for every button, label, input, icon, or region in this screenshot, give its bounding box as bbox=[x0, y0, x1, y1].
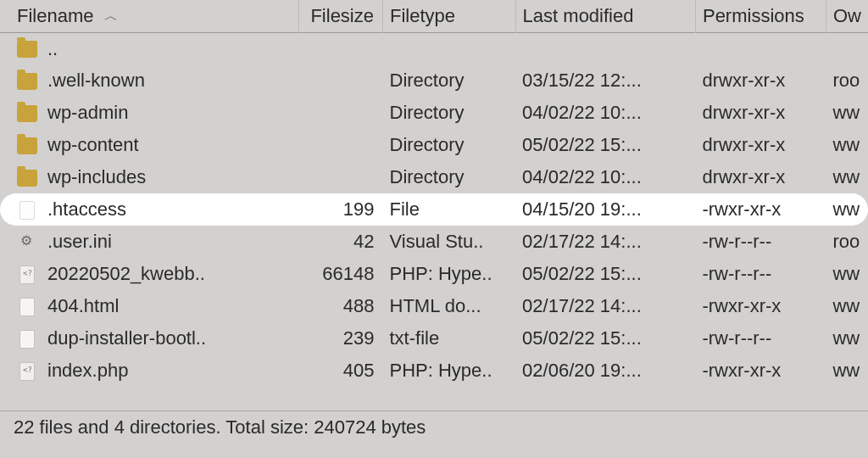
filename-text: .well-known bbox=[47, 70, 145, 92]
cell-filesize: 488 bbox=[298, 290, 382, 322]
folder-icon bbox=[17, 73, 37, 90]
cell-last-modified: 04/02/22 10:... bbox=[515, 97, 695, 129]
column-label: Ow bbox=[833, 5, 861, 26]
column-label: Filename bbox=[17, 5, 93, 26]
cell-filetype: Directory bbox=[383, 64, 516, 97]
cell-filename: .. bbox=[0, 32, 298, 64]
php-icon bbox=[19, 362, 35, 381]
cell-owner: ww bbox=[826, 97, 868, 129]
cell-filetype: HTML do... bbox=[383, 290, 516, 322]
table-row[interactable]: dup-installer-bootl..239txt-file05/02/22… bbox=[0, 322, 868, 355]
table-row[interactable]: .htaccess199File04/15/20 19:...-rwxr-xr-… bbox=[0, 193, 868, 226]
cell-owner: ww bbox=[826, 193, 868, 226]
cell-filename: wp-content bbox=[0, 129, 298, 161]
folder-icon bbox=[17, 105, 37, 122]
folder-icon bbox=[17, 170, 37, 187]
cell-filesize bbox=[298, 64, 382, 97]
cell-permissions: -rw-r--r-- bbox=[695, 226, 826, 258]
table-row[interactable]: wp-includesDirectory04/02/22 10:...drwxr… bbox=[0, 161, 868, 193]
cell-filesize: 42 bbox=[298, 226, 382, 258]
cell-owner: roo bbox=[826, 226, 868, 258]
table-row[interactable]: wp-contentDirectory05/02/22 15:...drwxr-… bbox=[0, 129, 868, 161]
cell-filesize: 405 bbox=[298, 355, 382, 387]
column-label: Filetype bbox=[390, 5, 455, 26]
file-icon bbox=[19, 330, 35, 349]
column-header-filename[interactable]: Filename ︿ bbox=[0, 0, 298, 32]
file-icon bbox=[19, 298, 35, 316]
filename-text: dup-installer-bootl.. bbox=[47, 328, 206, 349]
file-list-table: Filename ︿ Filesize Filetype Last modifi… bbox=[0, 0, 868, 387]
filename-text: .user.ini bbox=[47, 232, 112, 253]
cell-permissions: -rw-r--r-- bbox=[695, 322, 826, 355]
cell-last-modified: 03/15/22 12:... bbox=[515, 64, 695, 97]
cell-permissions bbox=[695, 32, 826, 64]
cell-filetype: txt-file bbox=[383, 322, 516, 355]
filename-text: 20220502_kwebb.. bbox=[47, 264, 205, 285]
cell-owner: ww bbox=[826, 290, 868, 322]
cell-filename: .user.ini bbox=[0, 226, 298, 258]
column-label: Filesize bbox=[310, 5, 374, 26]
filename-text: wp-admin bbox=[47, 103, 128, 124]
table-row[interactable]: .well-knownDirectory03/15/22 12:...drwxr… bbox=[0, 64, 868, 97]
folder-icon bbox=[17, 137, 37, 154]
table-row[interactable]: 20220502_kwebb..66148PHP: Hype..05/02/22… bbox=[0, 258, 868, 290]
cell-last-modified: 02/17/22 14:... bbox=[515, 226, 695, 258]
gear-icon bbox=[19, 234, 36, 251]
cell-owner: ww bbox=[826, 258, 868, 290]
cell-permissions: drwxr-xr-x bbox=[695, 129, 826, 161]
cell-filename: dup-installer-bootl.. bbox=[0, 322, 298, 355]
cell-filesize bbox=[298, 161, 382, 193]
cell-last-modified: 05/02/22 15:... bbox=[515, 258, 695, 290]
cell-last-modified: 02/06/20 19:... bbox=[515, 355, 695, 387]
column-header-owner[interactable]: Ow bbox=[826, 0, 868, 32]
cell-permissions: -rwxr-xr-x bbox=[695, 290, 826, 322]
table-row[interactable]: .user.ini42Visual Stu..02/17/22 14:...-r… bbox=[0, 226, 868, 258]
cell-last-modified bbox=[515, 32, 695, 64]
cell-last-modified: 05/02/22 15:... bbox=[515, 322, 695, 355]
table-row[interactable]: index.php405PHP: Hype..02/06/20 19:...-r… bbox=[0, 355, 868, 387]
column-label: Last modified bbox=[523, 5, 634, 26]
cell-owner: ww bbox=[826, 129, 868, 161]
cell-filesize bbox=[298, 32, 382, 64]
cell-filetype: Visual Stu.. bbox=[383, 226, 516, 258]
table-row[interactable]: 404.html488HTML do...02/17/22 14:...-rwx… bbox=[0, 290, 868, 322]
cell-filename: index.php bbox=[0, 355, 298, 387]
column-label: Permissions bbox=[703, 5, 804, 26]
cell-owner: ww bbox=[826, 161, 868, 193]
cell-filetype: PHP: Hype.. bbox=[383, 258, 516, 290]
cell-permissions: -rwxr-xr-x bbox=[695, 355, 826, 387]
cell-permissions: -rwxr-xr-x bbox=[695, 193, 826, 226]
table-row[interactable]: wp-adminDirectory04/02/22 10:...drwxr-xr… bbox=[0, 97, 868, 129]
column-header-filesize[interactable]: Filesize bbox=[298, 0, 382, 32]
cell-filename: .well-known bbox=[0, 64, 298, 97]
filename-text: wp-content bbox=[47, 135, 139, 156]
table-row[interactable]: .. bbox=[0, 32, 868, 64]
cell-owner: ww bbox=[826, 355, 868, 387]
cell-filetype bbox=[383, 32, 516, 64]
cell-filetype: Directory bbox=[383, 129, 516, 161]
status-bar: 22 files and 4 directories. Total size: … bbox=[0, 411, 868, 444]
cell-filesize: 66148 bbox=[298, 258, 382, 290]
filename-text: wp-includes bbox=[47, 167, 146, 188]
sort-asc-icon: ︿ bbox=[104, 8, 118, 25]
cell-filetype: Directory bbox=[383, 97, 516, 129]
cell-filetype: Directory bbox=[383, 161, 516, 193]
cell-filesize: 199 bbox=[298, 193, 382, 226]
column-header-last-modified[interactable]: Last modified bbox=[515, 0, 695, 32]
column-header-filetype[interactable]: Filetype bbox=[383, 0, 516, 32]
cell-permissions: drwxr-xr-x bbox=[695, 161, 826, 193]
cell-last-modified: 05/02/22 15:... bbox=[515, 129, 695, 161]
filename-text: .. bbox=[47, 38, 58, 59]
cell-filesize bbox=[298, 97, 382, 129]
cell-filename: .htaccess bbox=[0, 193, 298, 226]
cell-filename: wp-includes bbox=[0, 161, 298, 193]
cell-owner: roo bbox=[826, 64, 868, 97]
cell-permissions: -rw-r--r-- bbox=[695, 258, 826, 290]
cell-last-modified: 04/02/22 10:... bbox=[515, 161, 695, 193]
cell-owner bbox=[826, 32, 868, 64]
table-body: ...well-knownDirectory03/15/22 12:...drw… bbox=[0, 32, 868, 387]
column-header-permissions[interactable]: Permissions bbox=[695, 0, 826, 32]
status-text: 22 files and 4 directories. Total size: … bbox=[14, 416, 426, 438]
cell-filetype: PHP: Hype.. bbox=[383, 355, 516, 387]
cell-filesize bbox=[298, 129, 382, 161]
